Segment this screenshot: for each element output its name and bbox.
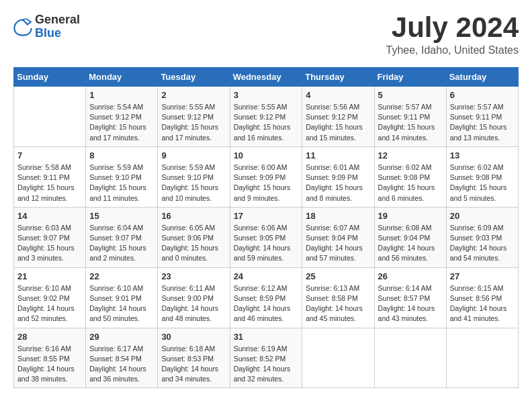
calendar-cell: 8Sunrise: 5:59 AMSunset: 9:10 PMDaylight… [86, 146, 158, 207]
weekday-row: SundayMondayTuesdayWednesdayThursdayFrid… [14, 68, 519, 87]
day-info: Sunrise: 6:10 AMSunset: 9:02 PMDaylight:… [17, 283, 82, 324]
day-number: 30 [161, 332, 226, 342]
location: Tyhee, Idaho, United States [386, 44, 519, 56]
day-number: 22 [89, 271, 154, 281]
day-number: 8 [89, 150, 154, 161]
day-info: Sunrise: 6:03 AMSunset: 9:07 PMDaylight:… [17, 223, 82, 264]
logo: General Blue [13, 13, 80, 40]
calendar-cell: 15Sunrise: 6:04 AMSunset: 9:07 PMDayligh… [86, 207, 158, 267]
day-info: Sunrise: 5:55 AMSunset: 9:12 PMDaylight:… [234, 102, 299, 143]
weekday-header: Thursday [302, 68, 374, 87]
calendar-cell: 12Sunrise: 6:02 AMSunset: 9:08 PMDayligh… [374, 146, 446, 207]
calendar-cell: 9Sunrise: 5:59 AMSunset: 9:10 PMDaylight… [158, 146, 230, 207]
day-number: 11 [306, 150, 370, 161]
calendar-cell [446, 328, 518, 388]
calendar-cell: 26Sunrise: 6:14 AMSunset: 8:57 PMDayligh… [374, 267, 446, 328]
day-info: Sunrise: 6:00 AMSunset: 9:09 PMDaylight:… [234, 163, 299, 203]
day-number: 31 [234, 332, 299, 342]
day-info: Sunrise: 5:56 AMSunset: 9:12 PMDaylight:… [306, 102, 370, 143]
calendar-table: SundayMondayTuesdayWednesdayThursdayFrid… [13, 67, 519, 388]
calendar-cell: 5Sunrise: 5:57 AMSunset: 9:11 PMDaylight… [374, 87, 446, 147]
day-number: 13 [450, 150, 515, 161]
day-number: 1 [89, 90, 154, 100]
calendar-cell: 22Sunrise: 6:10 AMSunset: 9:01 PMDayligh… [86, 267, 158, 328]
calendar-cell [302, 328, 374, 388]
day-number: 7 [17, 150, 82, 161]
calendar-cell: 2Sunrise: 5:55 AMSunset: 9:12 PMDaylight… [158, 87, 230, 147]
calendar-cell: 23Sunrise: 6:11 AMSunset: 9:00 PMDayligh… [158, 267, 230, 328]
day-info: Sunrise: 6:08 AMSunset: 9:04 PMDaylight:… [378, 223, 443, 264]
day-info: Sunrise: 5:58 AMSunset: 9:11 PMDaylight:… [17, 163, 82, 203]
day-info: Sunrise: 6:19 AMSunset: 8:52 PMDaylight:… [234, 344, 299, 385]
calendar-header: SundayMondayTuesdayWednesdayThursdayFrid… [14, 68, 519, 87]
day-number: 5 [378, 90, 443, 100]
calendar-cell: 7Sunrise: 5:58 AMSunset: 9:11 PMDaylight… [14, 146, 86, 207]
day-info: Sunrise: 6:05 AMSunset: 9:06 PMDaylight:… [161, 223, 226, 264]
month-title: July 2024 [386, 13, 519, 42]
day-info: Sunrise: 5:57 AMSunset: 9:11 PMDaylight:… [378, 102, 443, 143]
day-number: 19 [378, 211, 443, 221]
day-number: 25 [306, 271, 370, 281]
logo-icon [13, 17, 32, 36]
day-number: 12 [378, 150, 443, 161]
weekday-header: Friday [374, 68, 446, 87]
day-number: 9 [161, 150, 226, 161]
calendar-cell: 24Sunrise: 6:12 AMSunset: 8:59 PMDayligh… [230, 267, 302, 328]
day-number: 20 [450, 211, 515, 221]
day-info: Sunrise: 5:55 AMSunset: 9:12 PMDaylight:… [161, 102, 226, 143]
calendar-cell: 1Sunrise: 5:54 AMSunset: 9:12 PMDaylight… [86, 87, 158, 147]
calendar-cell: 11Sunrise: 6:01 AMSunset: 9:09 PMDayligh… [302, 146, 374, 207]
day-info: Sunrise: 6:10 AMSunset: 9:01 PMDaylight:… [89, 283, 154, 324]
day-info: Sunrise: 5:54 AMSunset: 9:12 PMDaylight:… [89, 102, 154, 143]
day-info: Sunrise: 6:06 AMSunset: 9:05 PMDaylight:… [234, 223, 299, 264]
calendar-cell: 3Sunrise: 5:55 AMSunset: 9:12 PMDaylight… [230, 87, 302, 147]
calendar-cell: 13Sunrise: 6:02 AMSunset: 9:08 PMDayligh… [446, 146, 518, 207]
logo-blue: Blue [35, 27, 80, 40]
calendar-cell: 31Sunrise: 6:19 AMSunset: 8:52 PMDayligh… [230, 328, 302, 388]
day-info: Sunrise: 5:59 AMSunset: 9:10 PMDaylight:… [161, 163, 226, 203]
calendar-cell: 16Sunrise: 6:05 AMSunset: 9:06 PMDayligh… [158, 207, 230, 267]
day-info: Sunrise: 6:09 AMSunset: 9:03 PMDaylight:… [450, 223, 515, 264]
day-number: 28 [17, 332, 82, 342]
day-info: Sunrise: 5:57 AMSunset: 9:11 PMDaylight:… [450, 102, 515, 143]
day-info: Sunrise: 6:02 AMSunset: 9:08 PMDaylight:… [378, 163, 443, 203]
calendar-cell: 25Sunrise: 6:13 AMSunset: 8:58 PMDayligh… [302, 267, 374, 328]
day-number: 29 [89, 332, 154, 342]
calendar-cell: 14Sunrise: 6:03 AMSunset: 9:07 PMDayligh… [14, 207, 86, 267]
title-block: July 2024 Tyhee, Idaho, United States [386, 13, 519, 56]
day-number: 6 [450, 90, 515, 100]
calendar-cell: 6Sunrise: 5:57 AMSunset: 9:11 PMDaylight… [446, 87, 518, 147]
weekday-header: Tuesday [158, 68, 230, 87]
logo-general: General [35, 13, 80, 27]
day-number: 17 [234, 211, 299, 221]
day-info: Sunrise: 6:17 AMSunset: 8:54 PMDaylight:… [89, 344, 154, 385]
day-info: Sunrise: 6:12 AMSunset: 8:59 PMDaylight:… [234, 283, 299, 324]
calendar-cell: 17Sunrise: 6:06 AMSunset: 9:05 PMDayligh… [230, 207, 302, 267]
weekday-header: Monday [86, 68, 158, 87]
day-info: Sunrise: 6:18 AMSunset: 8:53 PMDaylight:… [161, 344, 226, 385]
day-number: 21 [17, 271, 82, 281]
calendar-week-row: 1Sunrise: 5:54 AMSunset: 9:12 PMDaylight… [14, 87, 519, 147]
day-info: Sunrise: 5:59 AMSunset: 9:10 PMDaylight:… [89, 163, 154, 203]
calendar-week-row: 14Sunrise: 6:03 AMSunset: 9:07 PMDayligh… [14, 207, 519, 267]
calendar-week-row: 7Sunrise: 5:58 AMSunset: 9:11 PMDaylight… [14, 146, 519, 207]
calendar-cell: 19Sunrise: 6:08 AMSunset: 9:04 PMDayligh… [374, 207, 446, 267]
day-number: 4 [306, 90, 370, 100]
day-number: 14 [17, 211, 82, 221]
calendar-cell: 28Sunrise: 6:16 AMSunset: 8:55 PMDayligh… [14, 328, 86, 388]
calendar-week-row: 28Sunrise: 6:16 AMSunset: 8:55 PMDayligh… [14, 328, 519, 388]
day-number: 3 [234, 90, 299, 100]
day-number: 24 [234, 271, 299, 281]
calendar-cell: 21Sunrise: 6:10 AMSunset: 9:02 PMDayligh… [14, 267, 86, 328]
page-header: General Blue July 2024 Tyhee, Idaho, Uni… [13, 13, 519, 56]
calendar-cell: 29Sunrise: 6:17 AMSunset: 8:54 PMDayligh… [86, 328, 158, 388]
day-number: 23 [161, 271, 226, 281]
calendar-cell: 27Sunrise: 6:15 AMSunset: 8:56 PMDayligh… [446, 267, 518, 328]
day-info: Sunrise: 6:07 AMSunset: 9:04 PMDaylight:… [306, 223, 370, 264]
calendar-cell [14, 87, 86, 147]
calendar-week-row: 21Sunrise: 6:10 AMSunset: 9:02 PMDayligh… [14, 267, 519, 328]
day-number: 26 [378, 271, 443, 281]
weekday-header: Saturday [446, 68, 518, 87]
day-number: 27 [450, 271, 515, 281]
calendar-cell: 10Sunrise: 6:00 AMSunset: 9:09 PMDayligh… [230, 146, 302, 207]
